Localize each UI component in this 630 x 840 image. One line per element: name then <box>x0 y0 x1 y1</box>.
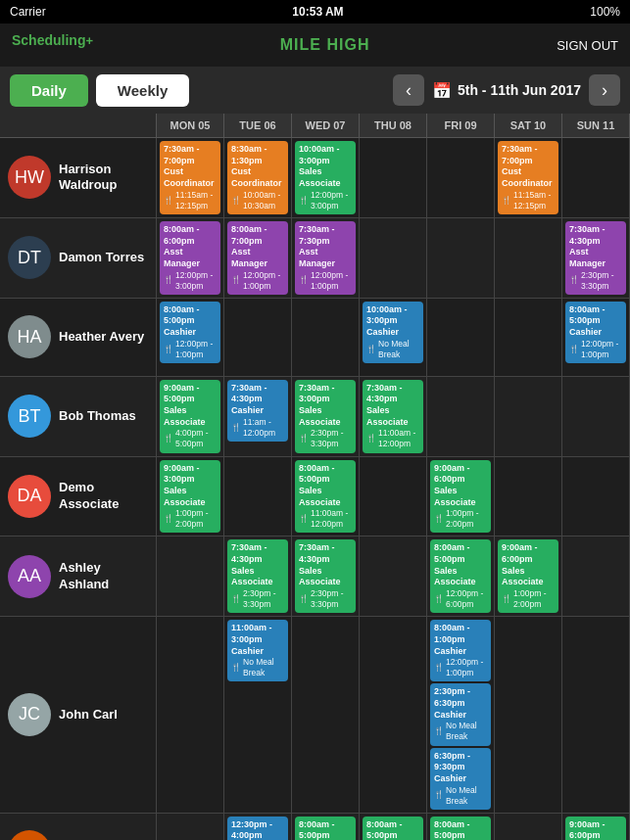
day-cell-fri[interactable]: 8:00am - 1:00pmCashier🍴12:00pm - 1:00pm2… <box>427 617 495 812</box>
day-cell-sat[interactable] <box>495 457 562 537</box>
day-cell-thu[interactable]: 7:30am - 4:30pmSales Associate🍴11:00am -… <box>360 377 427 456</box>
shift-card[interactable]: 8:00am - 5:00pmSales Associate🍴11:00am -… <box>295 460 356 534</box>
day-cell-wed[interactable]: 10:00am - 3:00pmSales Associate🍴12:00pm … <box>292 138 360 217</box>
day-cell-thu[interactable] <box>360 138 427 217</box>
shift-card[interactable]: 8:00am - 6:00pmAsst Manager🍴12:00pm - 3:… <box>160 221 220 295</box>
day-cell-tue[interactable]: 11:00am - 3:00pmCashier🍴No Meal Break <box>224 617 292 812</box>
day-cell-thu[interactable]: 8:00am - 5:00pmSales Associate🍴12:00pm <box>360 814 427 840</box>
shift-card[interactable]: 8:00am - 5:00pmCashier🍴12:00pm - 1:00pm <box>160 302 220 363</box>
day-cell-thu[interactable] <box>360 218 427 298</box>
day-cell-sun[interactable]: 8:00am - 5:00pmCashier🍴12:00pm - 1:00pm <box>562 299 630 376</box>
day-cell-sun[interactable] <box>562 377 630 456</box>
day-cell-fri[interactable] <box>427 138 495 217</box>
shift-card[interactable]: 8:30am - 1:30pmCust Coordinator🍴10:00am … <box>227 141 288 214</box>
shift-card[interactable]: 8:00am - 7:00pmAsst Manager🍴12:00pm - 1:… <box>227 221 288 295</box>
day-cell-thu[interactable] <box>360 537 427 616</box>
shift-card[interactable]: 7:30am - 4:30pmCashier🍴11:am - 12:00pm <box>227 380 288 442</box>
shift-card[interactable]: 9:00am - 6:00pmSales Associate🍴1:00pm <box>565 817 626 840</box>
shift-card[interactable]: 8:00am - 1:00pmCashier🍴12:00pm - 1:00pm <box>430 620 491 681</box>
day-cell-tue[interactable]: 8:00am - 7:00pmAsst Manager🍴12:00pm - 1:… <box>224 218 292 298</box>
day-cell-mon[interactable]: 8:00am - 5:00pmCashier🍴12:00pm - 1:00pm <box>157 299 224 376</box>
day-cell-fri[interactable]: 8:00am - 5:00pmSales Associate🍴12:00pm <box>427 814 495 840</box>
shift-card[interactable]: 9:00am - 6:00pmSales Associate🍴1:00pm - … <box>498 539 558 613</box>
day-cell-mon[interactable]: 9:00am - 5:00pmSales Associate🍴4:00pm - … <box>157 377 224 456</box>
prev-week-button[interactable]: ‹ <box>393 74 424 106</box>
day-cell-sun[interactable] <box>562 617 630 812</box>
day-cell-tue[interactable]: 7:30am - 4:30pmCashier🍴11:am - 12:00pm <box>224 377 292 456</box>
day-cell-sat[interactable] <box>495 617 562 812</box>
day-cell-sun[interactable] <box>562 457 630 537</box>
shift-card[interactable]: 8:00am - 5:00pmSales Associate🍴12:00pm -… <box>430 539 491 613</box>
shift-card[interactable]: 7:30am - 4:30pmSales Associate🍴2:30pm - … <box>227 539 288 613</box>
header-name <box>0 114 157 137</box>
header-wed: WED 07 <box>292 114 360 137</box>
tab-daily[interactable]: Daily <box>10 74 88 107</box>
sign-out-button[interactable]: SIGN OUT <box>557 38 618 53</box>
shift-card[interactable]: 11:00am - 3:00pmCashier🍴No Meal Break <box>227 620 288 681</box>
day-cell-mon[interactable] <box>157 814 224 840</box>
day-cell-fri[interactable] <box>427 299 495 376</box>
shift-card[interactable]: 8:00am - 5:00pmSales Associate🍴12:00pm <box>430 817 491 840</box>
shift-card[interactable]: 7:30am - 4:30pmAsst Manager🍴2:30pm - 3:3… <box>565 221 626 295</box>
day-cell-fri[interactable] <box>427 377 495 456</box>
employee-info: HAHeather Avery <box>0 299 157 376</box>
shift-card[interactable]: 6:30pm - 9:30pmCashier🍴No Meal Break <box>430 748 491 810</box>
shift-card[interactable]: 7:30am - 4:30pmSales Associate🍴11:00am -… <box>363 380 423 453</box>
shift-card[interactable]: 2:30pm - 6:30pmCashier🍴No Meal Break <box>430 683 491 745</box>
day-cell-wed[interactable]: 7:30am - 4:30pmSales Associate🍴2:30pm - … <box>292 537 360 616</box>
day-cell-sat[interactable]: 9:00am - 6:00pmSales Associate🍴1:00pm - … <box>495 537 562 616</box>
day-cell-wed[interactable]: 7:30am - 7:30pmAsst Manager🍴12:00pm - 1:… <box>292 218 360 298</box>
day-cell-fri[interactable]: 9:00am - 6:00pmSales Associate🍴1:00pm - … <box>427 457 495 537</box>
shift-card[interactable]: 7:30am - 7:30pmAsst Manager🍴12:00pm - 1:… <box>295 221 356 295</box>
day-cell-sun[interactable]: 9:00am - 6:00pmSales Associate🍴1:00pm <box>562 814 630 840</box>
shift-card[interactable]: 7:30am - 7:00pmCust Coordinator🍴11:15am … <box>498 141 558 214</box>
shift-card[interactable]: 7:30am - 7:00pmCust Coordinator🍴11:15am … <box>160 141 220 214</box>
day-cell-wed[interactable] <box>292 617 360 812</box>
tab-weekly[interactable]: Weekly <box>96 74 189 107</box>
day-cell-tue[interactable]: 7:30am - 4:30pmSales Associate🍴2:30pm - … <box>224 537 292 616</box>
day-cell-sat[interactable]: 7:30am - 7:00pmCust Coordinator🍴11:15am … <box>495 138 562 217</box>
shift-card[interactable]: 9:00am - 3:00pmSales Associate🍴1:00pm - … <box>160 460 220 534</box>
employee-info: HWHarrison Waldroup <box>0 138 157 217</box>
day-cell-mon[interactable] <box>157 617 224 812</box>
day-cell-tue[interactable] <box>224 457 292 537</box>
day-cell-tue[interactable] <box>224 299 292 376</box>
day-cell-fri[interactable] <box>427 218 495 298</box>
employee-name: Demo Associate <box>59 480 148 513</box>
day-cell-sat[interactable] <box>495 299 562 376</box>
shift-card[interactable]: 9:00am - 6:00pmSales Associate🍴1:00pm - … <box>430 460 491 534</box>
day-cell-fri[interactable]: 8:00am - 5:00pmSales Associate🍴12:00pm -… <box>427 537 495 616</box>
day-cell-mon[interactable] <box>157 537 224 616</box>
day-cell-thu[interactable] <box>360 457 427 537</box>
shift-card[interactable]: 8:00am - 5:00pmCashier🍴12:00pm - 1:00pm <box>565 302 626 363</box>
day-cell-thu[interactable] <box>360 617 427 812</box>
next-week-button[interactable]: › <box>589 74 620 106</box>
day-cell-thu[interactable]: 10:00am - 3:00pmCashier🍴No Meal Break <box>360 299 427 376</box>
day-cell-sat[interactable] <box>495 814 562 840</box>
day-cell-wed[interactable]: 8:00am - 5:00pmSales Associate🍴11:00am -… <box>292 457 360 537</box>
shift-card[interactable]: 7:30am - 4:30pmSales Associate🍴2:30pm - … <box>295 539 356 613</box>
day-cell-wed[interactable]: 8:00am - 5:00pmSales Associate🍴12:00pm <box>292 814 360 840</box>
shift-card[interactable]: 7:30am - 3:00pmSales Associate🍴2:30pm - … <box>295 380 356 453</box>
day-cell-sun[interactable]: 7:30am - 4:30pmAsst Manager🍴2:30pm - 3:3… <box>562 218 630 298</box>
shift-card[interactable]: 12:30pm - 4:00pmCashier🍴No Meal Break <box>227 817 288 840</box>
shift-card[interactable]: 9:00am - 5:00pmSales Associate🍴4:00pm - … <box>160 380 220 453</box>
day-cell-sat[interactable] <box>495 377 562 456</box>
day-cell-mon[interactable]: 7:30am - 7:00pmCust Coordinator🍴11:15am … <box>157 138 224 217</box>
day-cell-tue[interactable]: 12:30pm - 4:00pmCashier🍴No Meal Break <box>224 814 292 840</box>
schedule-grid: MON 05 TUE 06 WED 07 THU 08 FRI 09 SAT 1… <box>0 114 630 840</box>
shift-card[interactable]: 10:00am - 3:00pmSales Associate🍴12:00pm … <box>295 141 356 214</box>
day-cell-wed[interactable]: 7:30am - 3:00pmSales Associate🍴2:30pm - … <box>292 377 360 456</box>
day-cell-tue[interactable]: 8:30am - 1:30pmCust Coordinator🍴10:00am … <box>224 138 292 217</box>
tab-bar: Daily Weekly ‹ 📅 5th - 11th Jun 2017 › <box>0 67 630 114</box>
shift-card[interactable]: 8:00am - 5:00pmSales Associate🍴12:00pm <box>363 817 423 840</box>
day-cell-sun[interactable] <box>562 537 630 616</box>
shift-card[interactable]: 8:00am - 5:00pmSales Associate🍴12:00pm <box>295 817 356 840</box>
day-cell-sun[interactable] <box>562 138 630 217</box>
avatar: DA <box>8 475 51 518</box>
shift-card[interactable]: 10:00am - 3:00pmCashier🍴No Meal Break <box>363 302 423 363</box>
day-cell-mon[interactable]: 9:00am - 3:00pmSales Associate🍴1:00pm - … <box>157 457 224 537</box>
day-cell-sat[interactable] <box>495 218 562 298</box>
day-cell-wed[interactable] <box>292 299 360 376</box>
day-cell-mon[interactable]: 8:00am - 6:00pmAsst Manager🍴12:00pm - 3:… <box>157 218 224 298</box>
